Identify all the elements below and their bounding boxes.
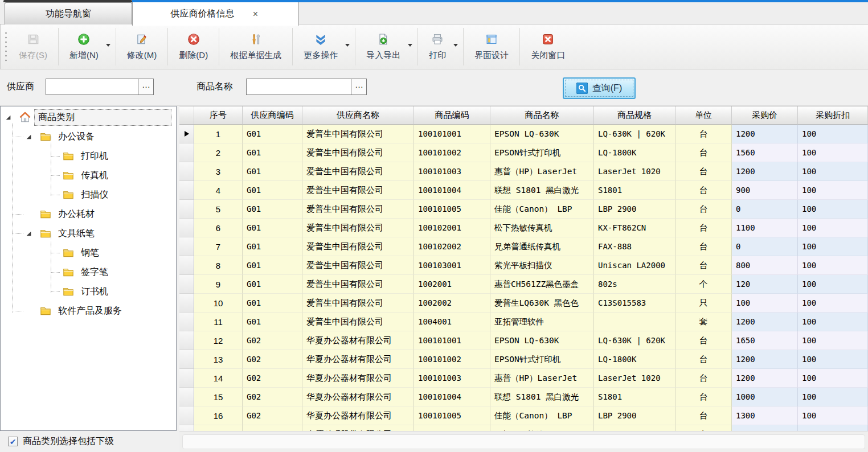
tree-item[interactable]: 办公设备 [1, 127, 176, 146]
row-selector[interactable] [179, 162, 194, 181]
table-row[interactable]: 13G02华夏办公器材有限公司100101002EPSON针式打印机LQ-180… [179, 350, 868, 369]
column-header[interactable]: 商品编码 [414, 106, 490, 125]
tree-item[interactable]: 办公耗材 [1, 204, 176, 224]
table-cell: 12 [194, 331, 243, 350]
row-selector[interactable] [179, 143, 194, 162]
category-tree-panel: 商品类别办公设备打印机传真机扫描仪办公耗材文具纸笔钢笔签字笔订书机软件产品及服务 [0, 106, 177, 431]
table-row[interactable]: 3G01爱普生中国有限公司100101003惠普（HP）LaserJetLase… [179, 162, 868, 181]
toolbar-button-import-export[interactable]: 导入导出 [361, 30, 406, 63]
toolbar-button-generate-from-document[interactable]: 根据单据生成 [224, 30, 287, 63]
row-selector[interactable] [179, 275, 194, 294]
row-selector[interactable] [179, 125, 194, 143]
toolbar-button-delete[interactable]: 删除(D) [173, 30, 214, 63]
table-cell: 16 [194, 406, 243, 425]
table-cell: 华夏办公器材有限公司 [302, 369, 414, 388]
toolbar-separator [219, 28, 219, 65]
row-selector[interactable] [179, 219, 194, 237]
tree-item[interactable]: 签字笔 [1, 262, 176, 282]
toolbar-button-add[interactable]: 新增(N) [64, 30, 104, 63]
table-cell: 台 [675, 331, 732, 350]
query-button[interactable]: 查询(F) [563, 77, 636, 99]
tree-item[interactable]: 软件产品及服务 [1, 301, 176, 320]
column-header[interactable]: 商品规格 [594, 106, 675, 125]
row-selector[interactable] [179, 350, 194, 369]
include-sub-category-option[interactable]: ✔ 商品类别选择包括下级 [0, 431, 179, 452]
table-row[interactable]: 2G01爱普生中国有限公司100101002EPSON针式打印机LQ-1800K… [179, 143, 868, 162]
table-row[interactable]: 11G01爱普生中国有限公司1004001亚拓管理软件套1200100 [179, 313, 868, 331]
tab-function-nav[interactable]: 功能导航窗 [5, 2, 132, 24]
expander-icon[interactable] [26, 231, 39, 237]
row-selector[interactable] [179, 313, 194, 331]
toolbar-button-ui-design[interactable]: 界面设计 [469, 30, 514, 63]
column-header[interactable]: 供应商编码 [243, 106, 302, 125]
table-row[interactable]: 12G02华夏办公器材有限公司100101001EPSON LQ-630KLQ-… [179, 331, 868, 350]
toolbar-button-label: 修改(M) [127, 50, 157, 61]
tree-item[interactable]: 扫描仪 [1, 185, 176, 204]
expander-icon[interactable] [26, 134, 39, 140]
table-row[interactable]: 1G01爱普生中国有限公司100101001EPSON LQ-630KLQ-63… [179, 125, 868, 143]
table-cell: 100102001 [414, 219, 490, 237]
table-row[interactable]: 4G01爱普生中国有限公司100101004联想 S1801 黑白激光S1801… [179, 181, 868, 200]
dropdown-caret-icon[interactable] [408, 44, 412, 47]
tree-item[interactable]: 钢笔 [1, 243, 176, 262]
table-cell: LBP 2900 [594, 200, 675, 219]
table-row[interactable]: 17G03太原科研股份有限公司1004001亚拓管理软件套0.85100 [179, 425, 868, 431]
row-selector[interactable] [179, 369, 194, 388]
dropdown-caret-icon[interactable] [345, 44, 350, 47]
supplier-filter-input[interactable] [46, 79, 138, 94]
dropdown-caret-icon[interactable] [106, 44, 110, 47]
row-selector[interactable] [179, 181, 194, 200]
tree-item[interactable]: 订书机 [1, 282, 176, 301]
table-row[interactable]: 10G01爱普生中国有限公司1002002爱普生LQ630K 黑色色C13S01… [179, 294, 868, 313]
table-cell: 套 [675, 425, 732, 431]
table-row[interactable]: 14G02华夏办公器材有限公司100101003惠普（HP）LaserJetLa… [179, 369, 868, 388]
scrollbar-thumb[interactable] [182, 434, 865, 449]
folder-icon [62, 169, 77, 182]
tab-close-icon[interactable]: × [251, 9, 261, 19]
tree-item[interactable]: 打印机 [1, 146, 176, 166]
tab-supplier-price-info[interactable]: 供应商价格信息 × [132, 2, 299, 26]
expander-icon[interactable] [5, 114, 19, 121]
toolbar-button-close-window[interactable]: 关闭窗口 [525, 30, 571, 63]
table-row[interactable]: 6G01爱普生中国有限公司100102001松下热敏传真机KX-FT862CN台… [179, 219, 868, 237]
row-selector[interactable] [179, 200, 194, 219]
table-cell: LBP 2900 [594, 406, 675, 425]
row-selector[interactable] [179, 256, 194, 275]
product-lookup-button[interactable]: … [351, 79, 366, 94]
row-selector[interactable] [179, 331, 194, 350]
toolbar-grip[interactable] [4, 30, 7, 63]
column-header[interactable]: 商品名称 [490, 106, 594, 125]
table-cell: 1004001 [414, 425, 490, 431]
horizontal-scrollbar[interactable] [179, 431, 868, 452]
toolbar-button-save[interactable]: 保存(S) [13, 30, 53, 63]
column-header[interactable]: 采购折扣 [798, 106, 868, 125]
column-header[interactable]: 单位 [675, 106, 732, 125]
toolbar-button-modify[interactable]: 修改(M) [121, 30, 163, 63]
checkbox-icon[interactable]: ✔ [8, 437, 18, 446]
row-selector[interactable] [179, 388, 194, 406]
table-row[interactable]: 5G01爱普生中国有限公司100101005佳能（Canon） LBPLBP 2… [179, 200, 868, 219]
table-row[interactable]: 15G02华夏办公器材有限公司100101004联想 S1801 黑白激光S18… [179, 388, 868, 406]
table-row[interactable]: 8G01爱普生中国有限公司100103001紫光平板扫描仪Uniscan LA2… [179, 256, 868, 275]
column-header[interactable]: 采购价 [732, 106, 798, 125]
supplier-lookup-button[interactable]: … [138, 79, 153, 94]
product-filter-input[interactable] [247, 79, 351, 94]
column-header[interactable]: 供应商名称 [302, 106, 414, 125]
tree-item[interactable]: 传真机 [1, 166, 176, 185]
table-row[interactable]: 7G01爱普生中国有限公司100102002兄弟普通纸传真机FAX-888台01… [179, 237, 868, 256]
row-selector[interactable] [179, 294, 194, 313]
table-row[interactable]: 16G02华夏办公器材有限公司100101005佳能（Canon） LBPLBP… [179, 406, 868, 425]
tree-item-label: 办公设备 [55, 129, 98, 145]
table-row[interactable]: 9G01爱普生中国有限公司1002001惠普CH561ZZ黑色墨盒802s个12… [179, 275, 868, 294]
dropdown-caret-icon[interactable] [453, 44, 458, 47]
import-export-icon [376, 32, 390, 46]
toolbar-button-more-actions[interactable]: 更多操作 [298, 30, 343, 63]
column-header[interactable]: 序号 [194, 106, 243, 125]
row-selector[interactable] [179, 425, 194, 431]
row-selector[interactable] [179, 237, 194, 256]
tree-item[interactable]: 文具纸笔 [1, 224, 176, 243]
tree-item[interactable]: 商品类别 [1, 108, 176, 127]
row-selector[interactable] [179, 406, 194, 425]
toolbar-button-print[interactable]: 打印 [423, 30, 452, 63]
table-cell: 只 [675, 294, 732, 313]
